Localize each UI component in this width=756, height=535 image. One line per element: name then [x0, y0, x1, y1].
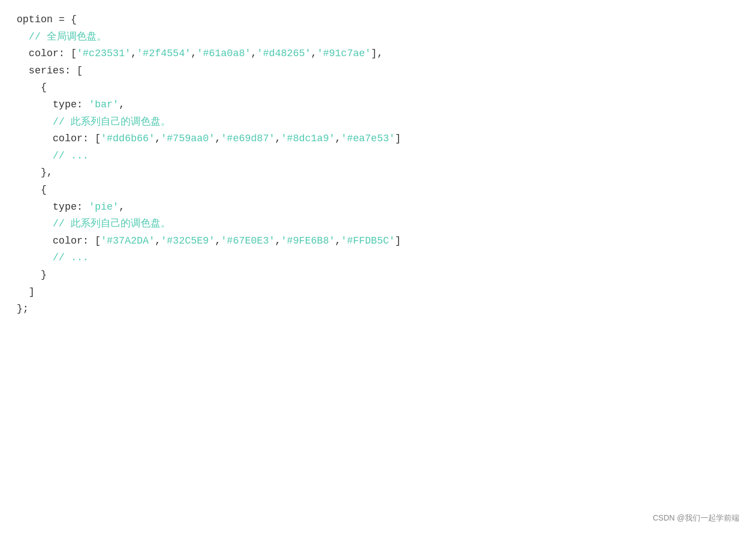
code-token: ] — [395, 133, 401, 144]
code-token: 'bar' — [89, 99, 119, 110]
code-token: '#ea7e53' — [341, 133, 395, 144]
code-line: ] — [17, 284, 739, 301]
code-token: color — [53, 235, 83, 246]
code-token: '#67E0E3' — [221, 235, 275, 246]
code-token: '#e69d87' — [221, 133, 275, 144]
code-token: color — [53, 133, 83, 144]
code-token: ] — [395, 235, 401, 246]
code-line: option = { — [17, 11, 739, 28]
code-token: '#2f4554' — [137, 48, 191, 59]
watermark: CSDN @我们一起学前端 — [653, 512, 739, 525]
code-token: '#c23531' — [77, 48, 131, 59]
code-line: { — [17, 181, 739, 199]
code-token: // 此系列自己的调色盘。 — [53, 116, 171, 127]
code-token: option — [17, 14, 53, 25]
code-line: color: ['#37A2DA','#32C5E9','#67E0E3','#… — [17, 232, 739, 250]
code-token: : [ — [83, 235, 101, 246]
code-token: '#FFDB5C' — [341, 235, 395, 246]
code-token: = { — [53, 14, 77, 25]
code-token: : [ — [64, 65, 82, 76]
code-token: , — [131, 48, 137, 59]
code-line: }, — [17, 164, 739, 181]
code-token: , — [275, 235, 281, 246]
code-token: }; — [17, 303, 29, 314]
code-token: '#32C5E9' — [161, 235, 215, 246]
code-token: , — [251, 48, 257, 59]
code-token: } — [41, 269, 47, 280]
code-token: '#91c7ae' — [317, 48, 371, 59]
code-token: , — [191, 48, 197, 59]
code-token: // 此系列自己的调色盘。 — [53, 218, 171, 229]
code-token: '#dd6b66' — [101, 133, 155, 144]
code-token: series — [29, 65, 65, 76]
code-token: , — [119, 99, 125, 110]
code-token: , — [335, 133, 341, 144]
code-line: } — [17, 266, 739, 284]
code-line: // 全局调色盘。 — [17, 28, 739, 46]
code-token: '#759aa0' — [161, 133, 215, 144]
code-line: }; — [17, 300, 739, 318]
code-token: , — [311, 48, 317, 59]
code-token: '#9FE6B8' — [281, 235, 335, 246]
code-token: '#37A2DA' — [101, 235, 155, 246]
code-token: ], — [371, 48, 383, 59]
code-token: , — [119, 201, 125, 212]
code-token: , — [335, 235, 341, 246]
code-token: color — [29, 48, 59, 59]
code-token: // ... — [53, 150, 89, 161]
code-line: // 此系列自己的调色盘。 — [17, 215, 739, 232]
code-token: }, — [41, 167, 53, 178]
code-token: : [ — [83, 133, 101, 144]
code-token: , — [215, 235, 221, 246]
code-container: option = {// 全局调色盘。color: ['#c23531','#2… — [0, 0, 756, 535]
code-line: // 此系列自己的调色盘。 — [17, 113, 739, 131]
code-line: series: [ — [17, 62, 739, 80]
code-token: // 全局调色盘。 — [29, 31, 107, 42]
code-line: type: 'pie', — [17, 199, 739, 216]
code-line: type: 'bar', — [17, 96, 739, 113]
code-token: , — [215, 133, 221, 144]
code-token: , — [155, 235, 161, 246]
code-token: { — [41, 82, 47, 93]
code-token: , — [155, 133, 161, 144]
code-token: : [ — [59, 48, 77, 59]
code-line: color: ['#c23531','#2f4554','#61a0a8','#… — [17, 45, 739, 62]
code-token: 'pie' — [89, 201, 119, 212]
code-token: ] — [29, 286, 35, 298]
code-token: : — [77, 201, 89, 212]
code-token: '#8dc1a9' — [281, 133, 335, 144]
code-token: '#61a0a8' — [197, 48, 251, 59]
code-block: option = {// 全局调色盘。color: ['#c23531','#2… — [17, 11, 739, 318]
code-token: type — [53, 201, 77, 212]
code-token: , — [275, 133, 281, 144]
code-token: { — [41, 184, 47, 195]
code-token: : — [77, 99, 89, 110]
code-line: // ... — [17, 249, 739, 266]
code-token: // ... — [53, 252, 89, 263]
code-line: // ... — [17, 147, 739, 165]
code-token: '#d48265' — [257, 48, 311, 59]
code-line: { — [17, 79, 739, 96]
code-line: color: ['#dd6b66','#759aa0','#e69d87','#… — [17, 130, 739, 147]
code-token: type — [53, 99, 77, 110]
